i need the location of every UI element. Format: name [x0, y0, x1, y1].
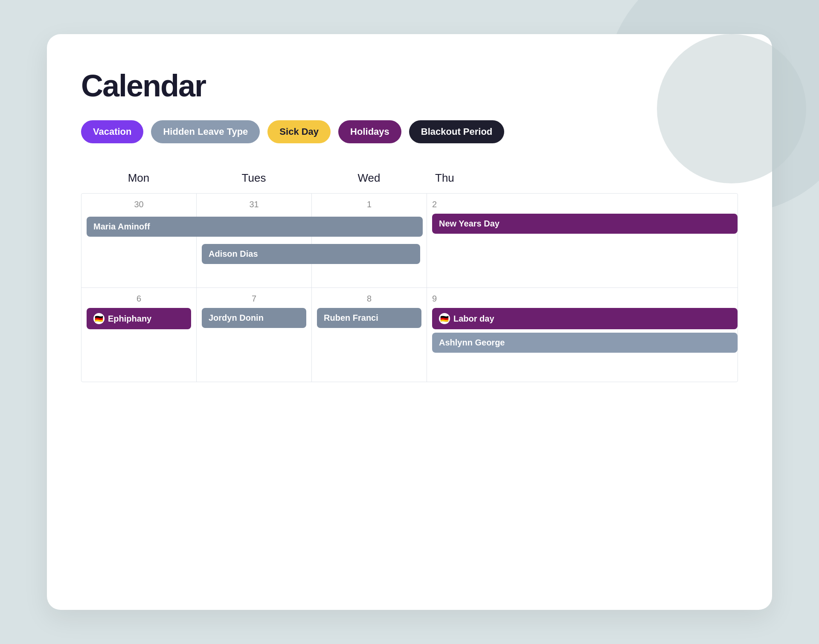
date-9: 9 [432, 294, 738, 304]
cell-tue-31: 31 Adison Dias [197, 194, 312, 287]
date-7: 7 [202, 294, 306, 304]
flag-icon-labor-day: 🇩🇪 [439, 313, 450, 324]
legend-sick-day[interactable]: Sick Day [267, 120, 331, 143]
calendar-wrapper: Mon Tues Wed Thu 30 Maria Aminoff [81, 165, 738, 382]
week-row-2: 6 🇩🇪 Ephiphany 7 Jordyn Donin 8 [81, 288, 738, 382]
app-container: Calendar Vacation Hidden Leave Type Sick… [47, 34, 772, 610]
date-30: 30 [87, 200, 191, 209]
event-labor-day: 🇩🇪 Labor day [432, 308, 738, 329]
cell-mon-6: 6 🇩🇪 Ephiphany [81, 288, 197, 382]
date-2: 2 [432, 200, 738, 209]
cell-tue-7: 7 Jordyn Donin [197, 288, 312, 382]
page-title: Calendar [81, 68, 738, 103]
legend-hidden-leave[interactable]: Hidden Leave Type [151, 120, 260, 143]
legend-holidays[interactable]: Holidays [338, 120, 401, 143]
legend-row: Vacation Hidden Leave Type Sick Day Holi… [81, 120, 738, 143]
date-6: 6 [87, 294, 191, 304]
cell-wed-8: 8 Ruben Franci [312, 288, 427, 382]
event-ephiphany: 🇩🇪 Ephiphany [87, 308, 191, 329]
cell-thu-2: 2 New Years Day [427, 194, 738, 287]
cell-wed-1: 1 [312, 194, 427, 287]
cell-mon-30: 30 Maria Aminoff [81, 194, 197, 287]
date-1: 1 [317, 200, 421, 209]
header-thu: Thu [427, 165, 738, 193]
event-jordyn-donin: Jordyn Donin [202, 308, 306, 328]
header-wed: Wed [311, 165, 427, 193]
event-ashlynn-george: Ashlynn George [432, 333, 738, 353]
week-row-1: 30 Maria Aminoff 31 Adison Dias 1 [81, 194, 738, 288]
date-8: 8 [317, 294, 421, 304]
event-maria-aminoff: Maria Aminoff [87, 217, 423, 237]
legend-vacation[interactable]: Vacation [81, 120, 143, 143]
calendar-header: Mon Tues Wed Thu [81, 165, 738, 193]
legend-blackout[interactable]: Blackout Period [409, 120, 504, 143]
event-ruben-franci: Ruben Franci [317, 308, 421, 328]
cell-thu-9: 9 🇩🇪 Labor day Ashlynn George [427, 288, 738, 382]
flag-icon-ephiphany: 🇩🇪 [93, 313, 105, 324]
header-tue: Tues [196, 165, 311, 193]
calendar-body: 30 Maria Aminoff 31 Adison Dias 1 [81, 193, 738, 382]
date-31: 31 [202, 200, 306, 209]
event-new-years-day: New Years Day [432, 214, 738, 234]
header-mon: Mon [81, 165, 196, 193]
event-adison-dias: Adison Dias [202, 244, 420, 264]
